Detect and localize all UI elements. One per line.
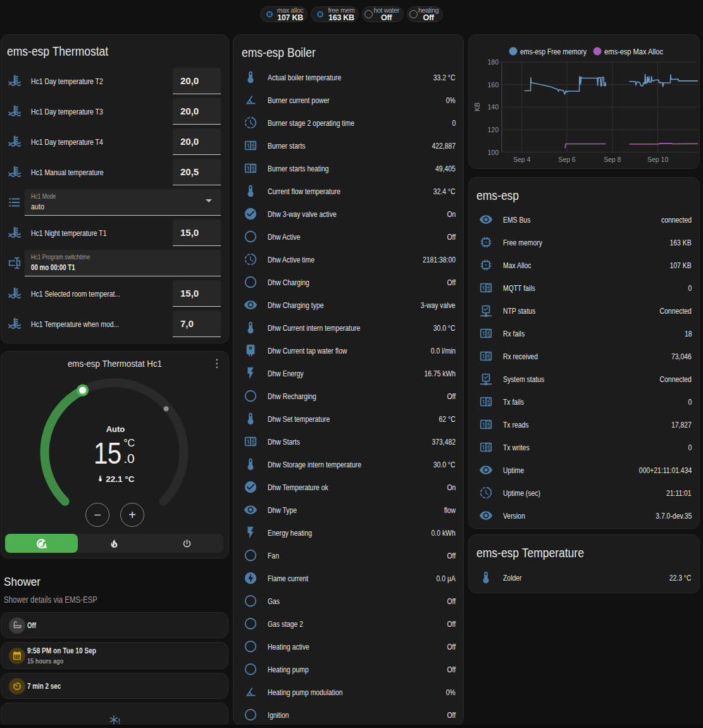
svg-text:100: 100 (487, 149, 499, 156)
svg-text:120: 120 (487, 126, 499, 133)
svg-text:Sep 10: Sep 10 (647, 156, 668, 163)
svg-text:ems-esp Max Alloc: ems-esp Max Alloc (604, 47, 663, 56)
svg-text:140: 140 (487, 103, 499, 111)
svg-text:180: 180 (487, 58, 499, 66)
svg-text:Sep 8: Sep 8 (604, 156, 621, 163)
svg-text:ems-esp Free memory: ems-esp Free memory (520, 47, 587, 56)
svg-text:KB: KB (473, 102, 481, 111)
svg-text:Sep 4: Sep 4 (513, 156, 531, 163)
svg-text:160: 160 (487, 81, 499, 89)
svg-text:Sep 6: Sep 6 (558, 156, 576, 163)
